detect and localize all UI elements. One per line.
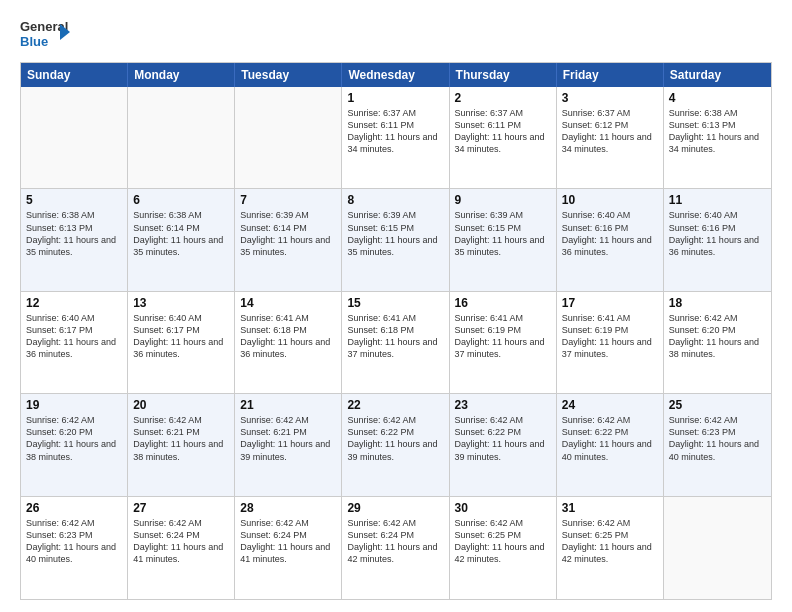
calendar-day-4: 4Sunrise: 6:38 AMSunset: 6:13 PMDaylight… xyxy=(664,87,771,188)
header-day-tuesday: Tuesday xyxy=(235,63,342,87)
calendar-day-28: 28Sunrise: 6:42 AMSunset: 6:24 PMDayligh… xyxy=(235,497,342,599)
day-number: 27 xyxy=(133,501,229,515)
day-info: Sunrise: 6:38 AMSunset: 6:13 PMDaylight:… xyxy=(26,209,122,258)
day-info: Sunrise: 6:42 AMSunset: 6:25 PMDaylight:… xyxy=(455,517,551,566)
day-number: 4 xyxy=(669,91,766,105)
calendar-body: 1Sunrise: 6:37 AMSunset: 6:11 PMDaylight… xyxy=(21,87,771,599)
calendar-day-6: 6Sunrise: 6:38 AMSunset: 6:14 PMDaylight… xyxy=(128,189,235,290)
calendar: SundayMondayTuesdayWednesdayThursdayFrid… xyxy=(20,62,772,600)
day-info: Sunrise: 6:42 AMSunset: 6:24 PMDaylight:… xyxy=(133,517,229,566)
day-info: Sunrise: 6:40 AMSunset: 6:17 PMDaylight:… xyxy=(133,312,229,361)
calendar-day-26: 26Sunrise: 6:42 AMSunset: 6:23 PMDayligh… xyxy=(21,497,128,599)
calendar-day-9: 9Sunrise: 6:39 AMSunset: 6:15 PMDaylight… xyxy=(450,189,557,290)
day-info: Sunrise: 6:37 AMSunset: 6:11 PMDaylight:… xyxy=(347,107,443,156)
calendar-day-14: 14Sunrise: 6:41 AMSunset: 6:18 PMDayligh… xyxy=(235,292,342,393)
day-info: Sunrise: 6:42 AMSunset: 6:23 PMDaylight:… xyxy=(26,517,122,566)
logo-icon: GeneralBlue xyxy=(20,16,70,52)
calendar-empty-cell xyxy=(21,87,128,188)
calendar-day-27: 27Sunrise: 6:42 AMSunset: 6:24 PMDayligh… xyxy=(128,497,235,599)
calendar-week-3: 12Sunrise: 6:40 AMSunset: 6:17 PMDayligh… xyxy=(21,292,771,394)
day-info: Sunrise: 6:42 AMSunset: 6:24 PMDaylight:… xyxy=(347,517,443,566)
day-number: 9 xyxy=(455,193,551,207)
header: GeneralBlue xyxy=(20,16,772,52)
calendar-day-25: 25Sunrise: 6:42 AMSunset: 6:23 PMDayligh… xyxy=(664,394,771,495)
calendar-day-29: 29Sunrise: 6:42 AMSunset: 6:24 PMDayligh… xyxy=(342,497,449,599)
day-info: Sunrise: 6:40 AMSunset: 6:17 PMDaylight:… xyxy=(26,312,122,361)
day-number: 18 xyxy=(669,296,766,310)
day-info: Sunrise: 6:42 AMSunset: 6:21 PMDaylight:… xyxy=(133,414,229,463)
day-info: Sunrise: 6:38 AMSunset: 6:13 PMDaylight:… xyxy=(669,107,766,156)
day-number: 21 xyxy=(240,398,336,412)
calendar-week-5: 26Sunrise: 6:42 AMSunset: 6:23 PMDayligh… xyxy=(21,497,771,599)
day-number: 11 xyxy=(669,193,766,207)
day-number: 24 xyxy=(562,398,658,412)
day-info: Sunrise: 6:42 AMSunset: 6:23 PMDaylight:… xyxy=(669,414,766,463)
calendar-empty-cell xyxy=(664,497,771,599)
calendar-empty-cell xyxy=(128,87,235,188)
calendar-week-2: 5Sunrise: 6:38 AMSunset: 6:13 PMDaylight… xyxy=(21,189,771,291)
day-number: 28 xyxy=(240,501,336,515)
calendar-day-21: 21Sunrise: 6:42 AMSunset: 6:21 PMDayligh… xyxy=(235,394,342,495)
calendar-day-20: 20Sunrise: 6:42 AMSunset: 6:21 PMDayligh… xyxy=(128,394,235,495)
day-number: 12 xyxy=(26,296,122,310)
calendar-header: SundayMondayTuesdayWednesdayThursdayFrid… xyxy=(21,63,771,87)
day-number: 10 xyxy=(562,193,658,207)
calendar-day-13: 13Sunrise: 6:40 AMSunset: 6:17 PMDayligh… xyxy=(128,292,235,393)
logo: GeneralBlue xyxy=(20,16,70,52)
day-number: 7 xyxy=(240,193,336,207)
day-info: Sunrise: 6:38 AMSunset: 6:14 PMDaylight:… xyxy=(133,209,229,258)
calendar-day-11: 11Sunrise: 6:40 AMSunset: 6:16 PMDayligh… xyxy=(664,189,771,290)
calendar-day-15: 15Sunrise: 6:41 AMSunset: 6:18 PMDayligh… xyxy=(342,292,449,393)
day-number: 13 xyxy=(133,296,229,310)
day-info: Sunrise: 6:42 AMSunset: 6:24 PMDaylight:… xyxy=(240,517,336,566)
calendar-day-10: 10Sunrise: 6:40 AMSunset: 6:16 PMDayligh… xyxy=(557,189,664,290)
day-number: 26 xyxy=(26,501,122,515)
day-number: 15 xyxy=(347,296,443,310)
calendar-day-30: 30Sunrise: 6:42 AMSunset: 6:25 PMDayligh… xyxy=(450,497,557,599)
calendar-day-3: 3Sunrise: 6:37 AMSunset: 6:12 PMDaylight… xyxy=(557,87,664,188)
day-number: 2 xyxy=(455,91,551,105)
day-number: 3 xyxy=(562,91,658,105)
day-info: Sunrise: 6:39 AMSunset: 6:14 PMDaylight:… xyxy=(240,209,336,258)
day-number: 31 xyxy=(562,501,658,515)
calendar-day-19: 19Sunrise: 6:42 AMSunset: 6:20 PMDayligh… xyxy=(21,394,128,495)
day-number: 14 xyxy=(240,296,336,310)
day-info: Sunrise: 6:37 AMSunset: 6:11 PMDaylight:… xyxy=(455,107,551,156)
day-info: Sunrise: 6:40 AMSunset: 6:16 PMDaylight:… xyxy=(562,209,658,258)
day-number: 8 xyxy=(347,193,443,207)
calendar-day-17: 17Sunrise: 6:41 AMSunset: 6:19 PMDayligh… xyxy=(557,292,664,393)
header-day-wednesday: Wednesday xyxy=(342,63,449,87)
day-number: 23 xyxy=(455,398,551,412)
day-info: Sunrise: 6:42 AMSunset: 6:22 PMDaylight:… xyxy=(347,414,443,463)
day-info: Sunrise: 6:42 AMSunset: 6:22 PMDaylight:… xyxy=(455,414,551,463)
calendar-day-24: 24Sunrise: 6:42 AMSunset: 6:22 PMDayligh… xyxy=(557,394,664,495)
day-info: Sunrise: 6:41 AMSunset: 6:18 PMDaylight:… xyxy=(240,312,336,361)
day-info: Sunrise: 6:37 AMSunset: 6:12 PMDaylight:… xyxy=(562,107,658,156)
calendar-empty-cell xyxy=(235,87,342,188)
calendar-day-2: 2Sunrise: 6:37 AMSunset: 6:11 PMDaylight… xyxy=(450,87,557,188)
calendar-day-22: 22Sunrise: 6:42 AMSunset: 6:22 PMDayligh… xyxy=(342,394,449,495)
day-info: Sunrise: 6:41 AMSunset: 6:19 PMDaylight:… xyxy=(562,312,658,361)
day-number: 6 xyxy=(133,193,229,207)
day-info: Sunrise: 6:42 AMSunset: 6:20 PMDaylight:… xyxy=(669,312,766,361)
calendar-week-1: 1Sunrise: 6:37 AMSunset: 6:11 PMDaylight… xyxy=(21,87,771,189)
day-number: 1 xyxy=(347,91,443,105)
header-day-thursday: Thursday xyxy=(450,63,557,87)
day-number: 29 xyxy=(347,501,443,515)
page: GeneralBlue SundayMondayTuesdayWednesday… xyxy=(0,0,792,612)
day-info: Sunrise: 6:39 AMSunset: 6:15 PMDaylight:… xyxy=(347,209,443,258)
day-info: Sunrise: 6:41 AMSunset: 6:19 PMDaylight:… xyxy=(455,312,551,361)
day-number: 17 xyxy=(562,296,658,310)
day-number: 30 xyxy=(455,501,551,515)
calendar-day-12: 12Sunrise: 6:40 AMSunset: 6:17 PMDayligh… xyxy=(21,292,128,393)
day-info: Sunrise: 6:42 AMSunset: 6:20 PMDaylight:… xyxy=(26,414,122,463)
day-number: 5 xyxy=(26,193,122,207)
calendar-day-1: 1Sunrise: 6:37 AMSunset: 6:11 PMDaylight… xyxy=(342,87,449,188)
day-number: 22 xyxy=(347,398,443,412)
calendar-day-7: 7Sunrise: 6:39 AMSunset: 6:14 PMDaylight… xyxy=(235,189,342,290)
day-info: Sunrise: 6:42 AMSunset: 6:25 PMDaylight:… xyxy=(562,517,658,566)
svg-text:Blue: Blue xyxy=(20,34,48,49)
day-info: Sunrise: 6:39 AMSunset: 6:15 PMDaylight:… xyxy=(455,209,551,258)
calendar-day-23: 23Sunrise: 6:42 AMSunset: 6:22 PMDayligh… xyxy=(450,394,557,495)
header-day-sunday: Sunday xyxy=(21,63,128,87)
